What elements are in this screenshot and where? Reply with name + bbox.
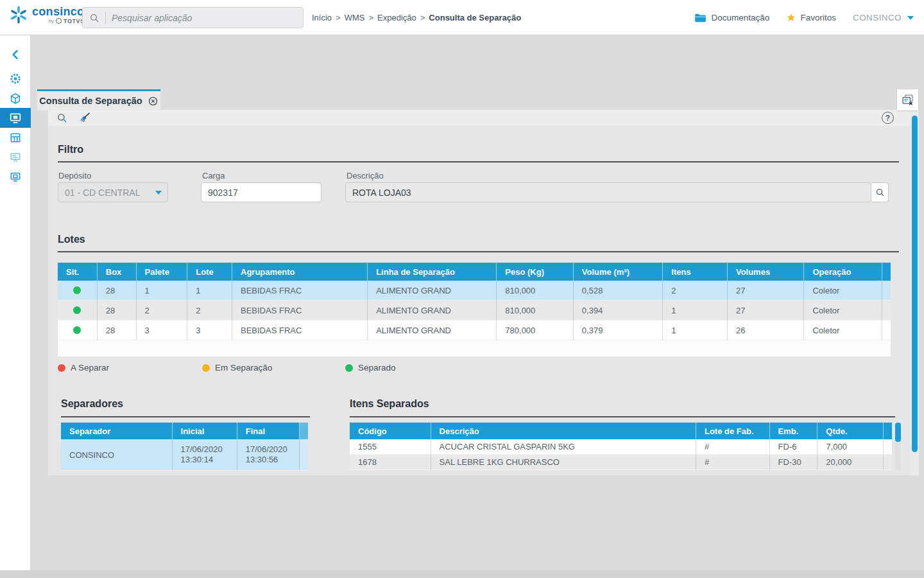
- folder-icon: [694, 13, 706, 23]
- itens-table-scrollbar[interactable]: [895, 423, 901, 471]
- search-input[interactable]: [112, 13, 296, 23]
- status-dot-separado: [73, 286, 81, 294]
- app-window: consinco by TOTVS Início WMS Expedição C…: [0, 0, 924, 578]
- legend-a-separar: A Separar: [58, 363, 109, 372]
- star-icon: ★: [786, 12, 796, 23]
- itens-table-scrollbar-thumb[interactable]: [895, 423, 901, 442]
- descricao-label: Descrição: [346, 171, 384, 180]
- breadcrumb: Início WMS Expedição Consulta de Separaç…: [312, 0, 521, 35]
- descricao-input[interactable]: [345, 182, 871, 202]
- status-dot-separado: [73, 326, 81, 334]
- tab-consulta-de-separacao[interactable]: Consulta de Separação: [37, 89, 160, 110]
- consinco-logo: consinco by TOTVS: [9, 5, 84, 24]
- sidebar-item-terminal[interactable]: [9, 171, 21, 183]
- close-all-tabs-button[interactable]: [897, 89, 918, 110]
- topbar: consinco by TOTVS Início WMS Expedição C…: [0, 0, 924, 35]
- col-operacao[interactable]: Operação: [804, 263, 882, 281]
- col-box[interactable]: Box: [98, 263, 137, 281]
- col-lote[interactable]: Lote: [187, 263, 232, 281]
- application-search: [82, 7, 304, 28]
- itens-row-1[interactable]: 1555 ACUCAR CRISTAL GASPARIN 5KG # FD-6 …: [350, 439, 892, 455]
- user-menu[interactable]: CONSINCO: [853, 13, 914, 22]
- itens-section-title: Itens Separados: [350, 398, 429, 410]
- col-lote-fab[interactable]: Lote de Fab.: [696, 423, 770, 439]
- col-peso[interactable]: Peso (Kg): [497, 263, 574, 281]
- descricao-search-button[interactable]: [871, 182, 889, 202]
- separadores-table-header: Separador Inicial Final: [61, 423, 308, 439]
- col-linha-separacao[interactable]: Linha de Separação: [368, 263, 497, 281]
- search-divider: [105, 12, 106, 24]
- col-itens[interactable]: Itens: [663, 263, 728, 281]
- tab-close-icon[interactable]: [148, 96, 158, 107]
- sidebar: [0, 35, 31, 570]
- col-agrupamento[interactable]: Agrupamento: [232, 263, 368, 281]
- collapse-sidebar-button[interactable]: [9, 48, 22, 61]
- col-palete[interactable]: Palete: [137, 263, 188, 281]
- itens-row-2[interactable]: 1678 SAL LEBRE 1KG CHURRASCO # FD-30 20,…: [350, 455, 892, 470]
- filter-section-rule: [58, 161, 899, 162]
- sidebar-item-grid[interactable]: [9, 132, 21, 144]
- page-scrollbar[interactable]: [911, 110, 919, 475]
- query-search-button[interactable]: [56, 112, 67, 123]
- col-emb[interactable]: Emb.: [770, 423, 818, 439]
- carga-input[interactable]: [201, 182, 321, 202]
- help-icon[interactable]: ?: [882, 112, 894, 124]
- lotes-table-header: Sit. Box Palete Lote Agrupamento Linha d…: [58, 263, 891, 281]
- legend-dot-green: [345, 364, 353, 372]
- documentation-link[interactable]: Documentação: [694, 13, 769, 23]
- col-volumes[interactable]: Volumes: [728, 263, 805, 281]
- separadores-section-title: Separadores: [61, 398, 123, 410]
- itens-table: Código Descrição Lote de Fab. Emb. Qtde.…: [350, 423, 892, 470]
- select-caret-icon: [155, 191, 162, 195]
- lotes-row-1-selected[interactable]: 28 1 1 BEBIDAS FRAC ALIMENTO GRAND 810,0…: [58, 281, 891, 301]
- col-descricao[interactable]: Descrição: [431, 423, 696, 439]
- sidebar-item-dashboard[interactable]: [9, 152, 21, 164]
- lotes-empty-area: [58, 340, 891, 356]
- consinco-spark-icon: [9, 5, 28, 24]
- breadcrumb-current: Consulta de Separação: [429, 13, 521, 22]
- col-separador[interactable]: Separador: [61, 423, 173, 439]
- legend-dot-yellow: [202, 364, 210, 372]
- breadcrumb-item[interactable]: Início: [312, 13, 345, 22]
- breadcrumb-item[interactable]: Expedição: [377, 13, 429, 22]
- lotes-row-3[interactable]: 28 3 3 BEBIDAS FRAC ALIMENTO GRAND 780,0…: [58, 320, 891, 340]
- col-volume[interactable]: Volume (m³): [574, 263, 663, 281]
- col-qtde[interactable]: Qtde.: [817, 423, 884, 439]
- screen-toolbar: ?: [48, 110, 911, 126]
- separadores-section-rule: [61, 416, 310, 417]
- sidebar-item-wms-active[interactable]: [0, 108, 31, 128]
- separadores-table: Separador Inicial Final CONSINCO 17/06/2…: [61, 423, 308, 471]
- lotes-section-title: Lotes: [58, 234, 85, 245]
- sidebar-item-products[interactable]: [9, 92, 21, 105]
- lotes-table: Sit. Box Palete Lote Agrupamento Linha d…: [58, 263, 891, 340]
- main-content-panel: ? Filtro Depósito 01 - CD CENTRAL Carga …: [48, 110, 911, 475]
- filter-section-title: Filtro: [58, 144, 83, 155]
- legend-dot-red: [58, 364, 65, 372]
- documents-close-icon: [901, 93, 914, 107]
- deposito-label: Depósito: [58, 171, 91, 180]
- col-sit[interactable]: Sit.: [58, 263, 98, 281]
- brand-byline: by TOTVS: [49, 18, 85, 24]
- brand-name: consinco: [32, 6, 84, 17]
- tab-title: Consulta de Separação: [39, 96, 142, 106]
- chevron-down-icon: [907, 16, 914, 20]
- col-codigo[interactable]: Código: [350, 423, 431, 439]
- carga-label: Carga: [202, 171, 225, 180]
- legend-em-separacao: Em Separação: [202, 363, 272, 372]
- search-icon: [89, 13, 99, 23]
- lotes-row-2[interactable]: 28 2 2 BEBIDAS FRAC ALIMENTO GRAND 810,0…: [58, 301, 891, 320]
- lotes-section-rule: [58, 251, 899, 252]
- breadcrumb-item[interactable]: WMS: [345, 13, 377, 22]
- broom-clear-button[interactable]: [78, 112, 90, 124]
- page-scrollbar-thumb[interactable]: [912, 116, 918, 452]
- favorites-link[interactable]: ★ Favoritos: [786, 12, 836, 23]
- status-dot-separado: [73, 306, 81, 314]
- separadores-row-1[interactable]: CONSINCO 17/06/2020 13:30:14 17/06/2020 …: [61, 439, 308, 471]
- sidebar-item-settings[interactable]: [9, 73, 21, 85]
- bottom-strip: [0, 570, 924, 578]
- itens-table-header: Código Descrição Lote de Fab. Emb. Qtde.: [350, 423, 892, 439]
- legend-separado: Separado: [345, 363, 396, 372]
- col-final[interactable]: Final: [237, 423, 300, 439]
- deposito-select[interactable]: 01 - CD CENTRAL: [58, 182, 168, 202]
- col-inicial[interactable]: Inicial: [173, 423, 237, 439]
